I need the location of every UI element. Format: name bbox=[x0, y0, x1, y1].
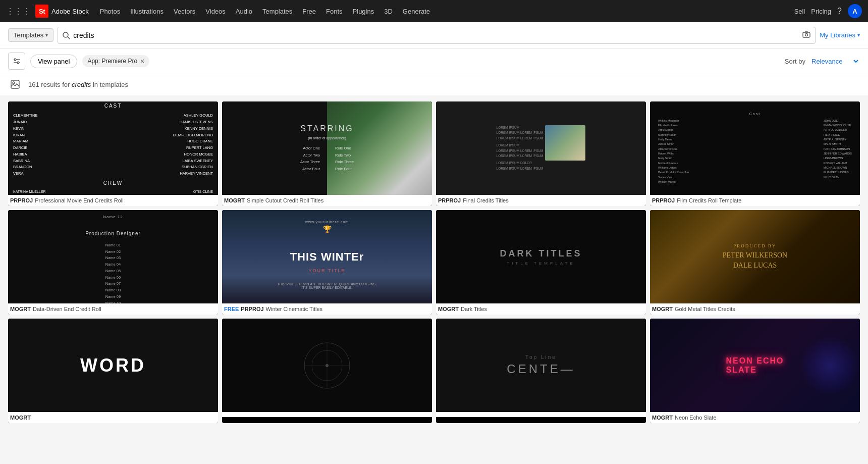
remove-tag-button[interactable]: × bbox=[140, 57, 144, 65]
grid-item[interactable] bbox=[222, 319, 432, 423]
chevron-down-icon: ▾ bbox=[45, 32, 48, 38]
category-filter-label: Templates bbox=[14, 31, 43, 39]
apps-grid-icon[interactable]: ⋮⋮⋮ bbox=[6, 7, 30, 16]
brand-name: Adobe Stock bbox=[51, 8, 89, 15]
grid-item[interactable]: Name 11 Name 12 Production Designer Name… bbox=[8, 210, 218, 315]
chevron-down-icon: ▾ bbox=[857, 32, 860, 38]
item-label: PRPROJ Film Credits Roll Template bbox=[650, 195, 860, 206]
item-label: PRPROJ Final Credits Titles bbox=[436, 195, 646, 206]
svg-line-1 bbox=[68, 37, 70, 39]
view-panel-button[interactable]: View panel bbox=[30, 55, 77, 68]
grid-item[interactable]: CAST CLEMENTINEASHLEY GOULD JUNAIDHAMISH… bbox=[8, 101, 218, 206]
search-input[interactable] bbox=[73, 31, 799, 39]
app-tag-label: App: Premiere Pro bbox=[87, 58, 137, 65]
item-label: MOGRT Data-Driven End Credit Roll bbox=[8, 303, 218, 315]
item-label: FREE PRPROJ Winter Cinematic Titles bbox=[222, 303, 432, 315]
app-filter-tag: App: Premiere Pro × bbox=[82, 55, 149, 67]
thumbnail-content: Name 11 Name 12 Production Designer Name… bbox=[8, 210, 218, 303]
thumbnail-content: PRODUCED BY PETER WILKERSONDALE LUCAS bbox=[650, 210, 860, 303]
grid-item[interactable]: Top Line CENTE— bbox=[436, 319, 646, 423]
nav-free[interactable]: Free bbox=[298, 0, 320, 22]
help-icon[interactable]: ? bbox=[837, 7, 842, 16]
sort-by-label: Sort by bbox=[785, 58, 805, 65]
svg-point-6 bbox=[14, 59, 16, 61]
nav-fonts[interactable]: Fonts bbox=[322, 0, 347, 22]
search-input-wrapper bbox=[58, 27, 816, 44]
sort-section: Sort by Relevance Newest Undiscovered bbox=[785, 57, 860, 66]
thumbnail: Name 11 Name 12 Production Designer Name… bbox=[8, 210, 218, 303]
thumbnail: LOREM IPSUM LOREM IPSUM LOREM IPSUM LORE… bbox=[436, 101, 646, 195]
sell-link[interactable]: Sell bbox=[794, 8, 805, 15]
nav-plugins[interactable]: Plugins bbox=[349, 0, 378, 22]
thumbnail-content: NEON ECHOSLATE bbox=[650, 319, 860, 412]
grid-item[interactable]: STARRING (In order of appearance) Actor … bbox=[222, 101, 432, 206]
item-label: MOGRT Dark Titles bbox=[436, 303, 646, 315]
thumbnail bbox=[222, 319, 432, 412]
nav-illustrations[interactable]: Illustrations bbox=[126, 0, 168, 22]
grid-item[interactable]: www.yoururlhere.com 🏆 YOUR TITLE THIS WI… bbox=[222, 210, 432, 315]
nav-photos[interactable]: Photos bbox=[96, 0, 124, 22]
thumbnail-content: www.yoururlhere.com 🏆 YOUR TITLE THIS WI… bbox=[222, 210, 432, 303]
thumbnail-content: DARK TITLES TITLE TEMPLATE bbox=[436, 210, 646, 303]
user-avatar[interactable]: A bbox=[848, 4, 862, 18]
nav-vectors[interactable]: Vectors bbox=[170, 0, 199, 22]
thumbnail-content: STARRING (In order of appearance) Actor … bbox=[222, 101, 432, 195]
thumbnail-content: Cast Wilkins Miluenter Elizabeth Jones A… bbox=[650, 101, 860, 195]
adobe-logo: St bbox=[35, 5, 48, 18]
logo[interactable]: St Adobe Stock bbox=[35, 5, 89, 18]
thumbnail-content: WORD bbox=[8, 319, 218, 412]
search-icon bbox=[62, 31, 70, 39]
filter-icon bbox=[13, 57, 21, 65]
grid-item[interactable]: WORD MOGRT bbox=[8, 319, 218, 423]
pricing-link[interactable]: Pricing bbox=[811, 8, 831, 15]
thumbnail-content bbox=[222, 319, 432, 412]
svg-point-3 bbox=[805, 33, 808, 36]
thumbnail: NEON ECHOSLATE bbox=[650, 319, 860, 412]
svg-point-9 bbox=[13, 82, 15, 84]
results-grid: CAST CLEMENTINEASHLEY GOULD JUNAIDHAMISH… bbox=[0, 95, 868, 429]
nav-videos[interactable]: Videos bbox=[201, 0, 230, 22]
thumbnail-content: Top Line CENTE— bbox=[436, 319, 646, 412]
item-label: MOGRT bbox=[8, 412, 218, 423]
item-label: PRPROJ Professional Movie End Credits Ro… bbox=[8, 195, 218, 206]
thumbnail: Top Line CENTE— bbox=[436, 319, 646, 412]
nav-audio[interactable]: Audio bbox=[232, 0, 256, 22]
grid-item[interactable]: Cast Wilkins Miluenter Elizabeth Jones A… bbox=[650, 101, 860, 206]
results-bar: 161 results for credits in templates bbox=[0, 74, 868, 95]
nav-generate[interactable]: Generate bbox=[399, 0, 434, 22]
search-bar: Templates ▾ My Libraries ▾ bbox=[0, 22, 868, 48]
thumbnail-content: CAST CLEMENTINEASHLEY GOULD JUNAIDHAMISH… bbox=[8, 101, 218, 195]
item-label: MOGRT Simple Cutout Credit Roll Titles bbox=[222, 195, 432, 206]
camera-search-icon[interactable] bbox=[802, 30, 811, 41]
category-filter-button[interactable]: Templates ▾ bbox=[8, 28, 53, 42]
item-label bbox=[222, 412, 432, 417]
nav-templates[interactable]: Templates bbox=[258, 0, 296, 22]
filters-toggle-button[interactable] bbox=[8, 53, 25, 70]
svg-rect-8 bbox=[11, 80, 19, 88]
grid-item[interactable]: NEON ECHOSLATE MOGRT Neon Echo Slate bbox=[650, 319, 860, 423]
grid-item[interactable]: PRODUCED BY PETER WILKERSONDALE LUCAS MO… bbox=[650, 210, 860, 315]
reverse-image-search-icon[interactable] bbox=[8, 77, 22, 91]
thumbnail: CAST CLEMENTINEASHLEY GOULD JUNAIDHAMISH… bbox=[8, 101, 218, 195]
thumbnail: Cast Wilkins Miluenter Elizabeth Jones A… bbox=[650, 101, 860, 195]
svg-point-7 bbox=[17, 62, 19, 64]
item-label bbox=[436, 412, 646, 417]
results-count-text: 161 results for credits in templates bbox=[28, 81, 128, 88]
geometric-svg bbox=[302, 340, 352, 391]
nav-right-section: Sell Pricing ? A bbox=[794, 4, 862, 18]
thumbnail: www.yoururlhere.com 🏆 YOUR TITLE THIS WI… bbox=[222, 210, 432, 303]
item-label: MOGRT Neon Echo Slate bbox=[650, 412, 860, 423]
svg-point-14 bbox=[326, 364, 329, 367]
thumbnail: PRODUCED BY PETER WILKERSONDALE LUCAS bbox=[650, 210, 860, 303]
my-libraries-label: My Libraries bbox=[820, 31, 855, 39]
sort-select[interactable]: Relevance Newest Undiscovered bbox=[809, 57, 860, 66]
top-navigation: ⋮⋮⋮ St Adobe Stock Photos Illustrations … bbox=[0, 0, 868, 22]
grid-item[interactable]: LOREM IPSUM LOREM IPSUM LOREM IPSUM LORE… bbox=[436, 101, 646, 206]
nav-3d[interactable]: 3D bbox=[380, 0, 397, 22]
my-libraries-button[interactable]: My Libraries ▾ bbox=[820, 31, 860, 39]
grid-item[interactable]: DARK TITLES TITLE TEMPLATE MOGRT Dark Ti… bbox=[436, 210, 646, 315]
thumbnail-content: LOREM IPSUM LOREM IPSUM LOREM IPSUM LORE… bbox=[436, 101, 646, 195]
item-label: MOGRT Gold Metal Titles Credits bbox=[650, 303, 860, 315]
thumbnail: DARK TITLES TITLE TEMPLATE bbox=[436, 210, 646, 303]
filter-row: View panel App: Premiere Pro × Sort by R… bbox=[0, 48, 868, 74]
